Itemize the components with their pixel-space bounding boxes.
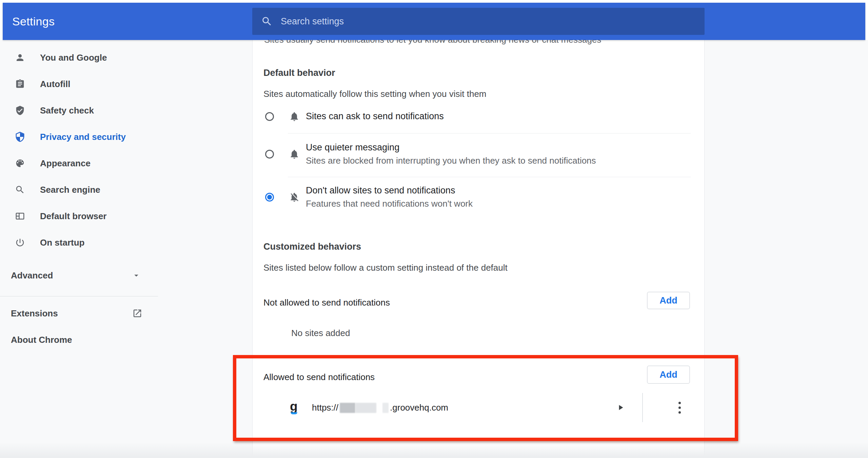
sidebar-item-label: Default browser bbox=[40, 211, 107, 222]
radio-button-selected[interactable] bbox=[265, 193, 274, 202]
sidebar-item-label: Safety check bbox=[40, 105, 94, 116]
sidebar-item-on-startup[interactable]: On startup bbox=[0, 229, 161, 256]
magnifier-icon bbox=[15, 185, 25, 195]
option-label: Use quieter messaging bbox=[306, 142, 399, 153]
external-link-icon bbox=[132, 308, 142, 318]
sidebar-item-about-chrome[interactable]: About Chrome bbox=[0, 327, 161, 353]
search-icon bbox=[261, 16, 273, 27]
sidebar-item-label: On startup bbox=[40, 237, 84, 248]
palette-icon bbox=[15, 158, 25, 168]
about-chrome-label: About Chrome bbox=[11, 335, 72, 345]
customized-behaviors-subtitle: Sites listed below follow a custom setti… bbox=[263, 263, 508, 273]
sidebar-item-label: You and Google bbox=[40, 53, 107, 63]
advanced-label: Advanced bbox=[11, 270, 53, 281]
person-icon bbox=[15, 53, 25, 63]
settings-sidebar: You and Google Autofill Safety check Pri… bbox=[0, 40, 161, 458]
settings-header-bar: Settings bbox=[3, 3, 865, 40]
option-label: Don't allow sites to send notifications bbox=[306, 185, 455, 196]
sidebar-item-autofill[interactable]: Autofill bbox=[0, 71, 161, 97]
sidebar-item-default-browser[interactable]: Default browser bbox=[0, 203, 161, 229]
default-behavior-heading: Default behavior bbox=[263, 68, 335, 78]
radio-button-unselected[interactable] bbox=[265, 112, 274, 121]
add-blocked-site-button[interactable]: Add bbox=[647, 292, 690, 309]
sidebar-item-label: Appearance bbox=[40, 158, 91, 169]
bell-off-icon bbox=[289, 192, 300, 203]
option-label: Sites can ask to send notifications bbox=[306, 111, 444, 122]
option-divider bbox=[288, 177, 691, 177]
sidebar-item-label: Autofill bbox=[40, 79, 71, 89]
radio-button-unselected[interactable] bbox=[265, 150, 274, 159]
clipboard-icon bbox=[15, 79, 25, 89]
search-input[interactable] bbox=[280, 16, 654, 27]
sidebar-item-extensions[interactable]: Extensions bbox=[0, 300, 161, 327]
option-description: Features that need notifications won't w… bbox=[306, 199, 473, 209]
sidebar-item-appearance[interactable]: Appearance bbox=[0, 150, 161, 176]
not-allowed-label: Not allowed to send notifications bbox=[263, 297, 390, 308]
no-sites-added-text: No sites added bbox=[291, 328, 350, 338]
sidebar-advanced-toggle[interactable]: Advanced bbox=[0, 262, 161, 289]
sidebar-divider bbox=[0, 296, 158, 296]
sidebar-item-label: Privacy and security bbox=[40, 132, 126, 142]
shield-check-icon bbox=[15, 105, 25, 116]
option-divider bbox=[288, 133, 691, 133]
sidebar-item-you-and-google[interactable]: You and Google bbox=[0, 44, 161, 71]
sidebar-item-label: Search engine bbox=[40, 185, 100, 195]
chevron-down-icon bbox=[132, 271, 141, 280]
privacy-shield-icon bbox=[15, 132, 25, 142]
default-behavior-subtitle: Sites automatically follow this setting … bbox=[263, 89, 487, 99]
browser-window-icon bbox=[15, 211, 25, 221]
page-title: Settings bbox=[12, 3, 55, 40]
power-icon bbox=[15, 237, 25, 248]
red-highlight-annotation bbox=[233, 355, 738, 441]
settings-search-box[interactable] bbox=[252, 8, 705, 35]
add-button-label: Add bbox=[659, 295, 677, 306]
option-description: Sites are blocked from interrupting you … bbox=[306, 155, 596, 166]
customized-behaviors-heading: Customized behaviors bbox=[263, 242, 361, 252]
extensions-label: Extensions bbox=[11, 308, 58, 319]
bell-icon bbox=[289, 149, 300, 160]
sidebar-item-safety-check[interactable]: Safety check bbox=[0, 97, 161, 124]
bell-icon bbox=[289, 111, 300, 122]
sidebar-item-search-engine[interactable]: Search engine bbox=[0, 176, 161, 203]
notifications-intro-text-clipped: Sites usually send notifications to let … bbox=[264, 40, 601, 45]
sidebar-item-privacy-and-security[interactable]: Privacy and security bbox=[0, 124, 161, 150]
